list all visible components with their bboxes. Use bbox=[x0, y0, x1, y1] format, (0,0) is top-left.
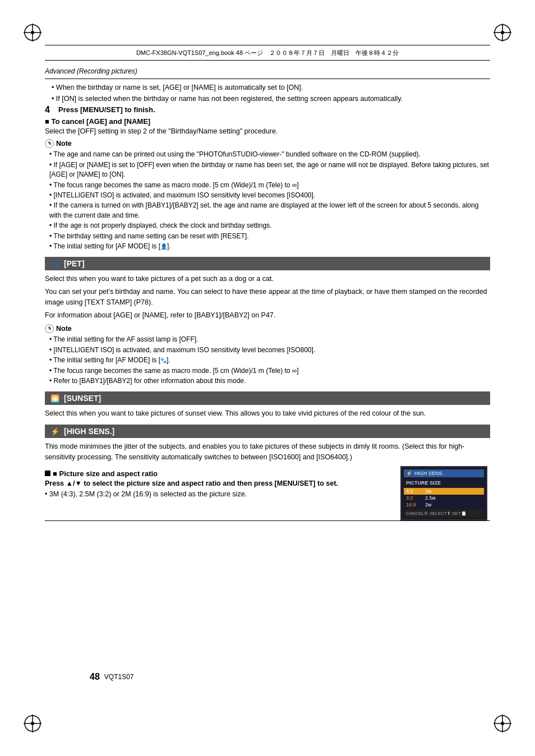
bullet-birthday-age: • When the birthday or name is set, [AGE… bbox=[52, 82, 490, 93]
sunset-title: [SUNSET] bbox=[64, 394, 101, 403]
lcd-row-1: 3:2 2.5м bbox=[404, 495, 484, 501]
lcd-row-2: 16:9 2м bbox=[404, 501, 484, 508]
reg-mark-tr bbox=[492, 22, 513, 43]
step4-number: 4 bbox=[45, 105, 55, 115]
page: DMC-FX38GN-VQT1S07_eng.book 48 ページ ２００８年… bbox=[0, 0, 535, 756]
pet-note-bullet-3: • The focus range becomes the same as ma… bbox=[49, 366, 490, 376]
sunset-icon: 🌅 bbox=[50, 394, 59, 403]
note1-bullet-1: • If [AGE] or [NAME] is set to [OFF] eve… bbox=[49, 160, 490, 180]
note1-bullet-4: • If the camera is turned on with [BABY1… bbox=[49, 201, 490, 220]
lcd-size-2: 2м bbox=[425, 502, 431, 508]
header-strip: DMC-FX38GN-VQT1S07_eng.book 48 ページ ２００８年… bbox=[45, 45, 490, 61]
note1-section: ✎ Note • The age and name can be printed… bbox=[45, 139, 490, 251]
pet-note-bullet-1: • [INTELLIGENT ISO] is activated, and ma… bbox=[49, 345, 490, 355]
reg-mark-br bbox=[492, 713, 513, 734]
pet-note-bullet-2: • The initial setting for [AF MODE] is [… bbox=[49, 356, 490, 365]
pet-title: [PET] bbox=[64, 259, 85, 268]
lcd-ratio-0: 4:3 bbox=[406, 488, 422, 494]
lcd-row-0: 4:3 3м bbox=[404, 488, 484, 495]
picture-size-heading-row: ■ Picture size and aspect ratio bbox=[45, 469, 391, 478]
header-text: DMC-FX38GN-VQT1S07_eng.book 48 ページ ２００８年… bbox=[136, 49, 399, 57]
svg-point-15 bbox=[501, 722, 504, 725]
reg-mark-bl bbox=[22, 713, 43, 734]
highsens-body: This mode minimises the jitter of the su… bbox=[45, 441, 490, 463]
lcd-title-bar: ⚡ HIGH SENS. bbox=[404, 469, 484, 477]
svg-point-11 bbox=[31, 722, 34, 725]
top-divider bbox=[45, 79, 490, 79]
pet-body1: Select this when you want to take pictur… bbox=[45, 274, 490, 284]
picture-size-heading: ■ Picture size and aspect ratio bbox=[53, 469, 158, 478]
picture-size-left: ■ Picture size and aspect ratio Press ▲/… bbox=[45, 466, 391, 520]
note1-bullet-7: • The initial setting for [AF MODE] is [… bbox=[49, 242, 490, 251]
picture-size-section: ■ Picture size and aspect ratio Press ▲/… bbox=[45, 466, 490, 520]
bold-instruction: Press ▲/▼ to select the picture size and… bbox=[45, 480, 391, 487]
bullet-birthday-register: • If [ON] is selected when the birthday … bbox=[52, 94, 490, 104]
step4-text: Press [MENU/SET] to finish. bbox=[58, 105, 155, 115]
highsens-title: [HIGH SENS.] bbox=[64, 427, 114, 436]
lcd-bottom-text: CANCEL⑥ SELECT⬆ SET📋 bbox=[406, 511, 467, 516]
heading-square-icon bbox=[45, 471, 50, 476]
pet-section-bar: 🐾 [PET] bbox=[45, 257, 490, 270]
note1-bullet-2: • The focus range becomes the same as ma… bbox=[49, 181, 490, 190]
lcd-title-text: HIGH SENS. bbox=[414, 471, 444, 476]
pet-note-section: ✎ Note • The initial setting for the AF … bbox=[45, 324, 490, 386]
pet-body2: You can set your pet's birthday and name… bbox=[45, 287, 490, 308]
note1-bullet-0: • The age and name can be printed out us… bbox=[49, 150, 490, 159]
step4-line: 4 Press [MENU/SET] to finish. bbox=[45, 105, 490, 115]
note1-bullet-6: • The birthday setting and name setting … bbox=[49, 232, 490, 241]
sunset-body: Select this when you want to take pictur… bbox=[45, 408, 490, 419]
pet-note-icon: ✎ bbox=[45, 324, 54, 333]
breadcrumb: Advanced (Recording pictures) bbox=[45, 67, 490, 75]
note1-bullet-5: • If the age is not properly displayed, … bbox=[49, 221, 490, 231]
note1-icon-row: ✎ Note bbox=[45, 139, 72, 148]
lcd-ratio-1: 3:2 bbox=[406, 495, 422, 501]
lcd-heading: PICTURE SIZE bbox=[404, 479, 484, 487]
pet-note-label: Note bbox=[56, 325, 72, 333]
lcd-screen: ⚡ HIGH SENS. PICTURE SIZE 4:3 3м 3:2 2.5… bbox=[400, 466, 487, 520]
lcd-size-1: 2.5м bbox=[425, 495, 436, 501]
highsens-icon: ⚡ bbox=[50, 427, 59, 436]
content-area: Advanced (Recording pictures) • When the… bbox=[45, 67, 490, 711]
lcd-title-icon: ⚡ bbox=[406, 471, 412, 476]
picture-size-bullet: • 3M (4:3), 2.5M (3:2) or 2M (16:9) is s… bbox=[45, 489, 391, 500]
reg-mark-tl bbox=[22, 22, 43, 43]
page-footer: 48 VQT1S07 bbox=[90, 672, 445, 682]
highsens-section-bar: ⚡ [HIGH SENS.] bbox=[45, 425, 490, 438]
lcd-ratio-2: 16:9 bbox=[406, 502, 422, 508]
picture-size-right: ⚡ HIGH SENS. PICTURE SIZE 4:3 3м 3:2 2.5… bbox=[400, 466, 490, 520]
cancel-heading: ■ To cancel [AGE] and [NAME] bbox=[45, 117, 490, 126]
page-number: 48 bbox=[90, 672, 100, 682]
pet-icon: 🐾 bbox=[50, 260, 59, 268]
footer-divider bbox=[45, 520, 490, 521]
svg-point-3 bbox=[31, 31, 34, 34]
pet-note-icon-row: ✎ Note bbox=[45, 324, 72, 333]
pet-body3: For information about [AGE] or [NAME], r… bbox=[45, 310, 490, 321]
sunset-section-bar: 🌅 [SUNSET] bbox=[45, 391, 490, 405]
lcd-bottom-bar: CANCEL⑥ SELECT⬆ SET📋 bbox=[404, 510, 484, 517]
cancel-line: Select the [OFF] setting in step 2 of th… bbox=[45, 127, 490, 135]
pet-note-bullet-0: • The initial setting for the AF assist … bbox=[49, 335, 490, 344]
note1-bullet-3: • [INTELLIGENT ISO] is activated, and ma… bbox=[49, 191, 490, 200]
note1-label: Note bbox=[56, 140, 72, 147]
lcd-size-0: 3м bbox=[425, 488, 431, 494]
page-code: VQT1S07 bbox=[104, 673, 134, 681]
note1-icon: ✎ bbox=[45, 139, 54, 148]
svg-point-7 bbox=[501, 31, 504, 34]
pet-note-bullet-4: • Refer to [BABY1]/[BABY2] for other inf… bbox=[49, 376, 490, 386]
